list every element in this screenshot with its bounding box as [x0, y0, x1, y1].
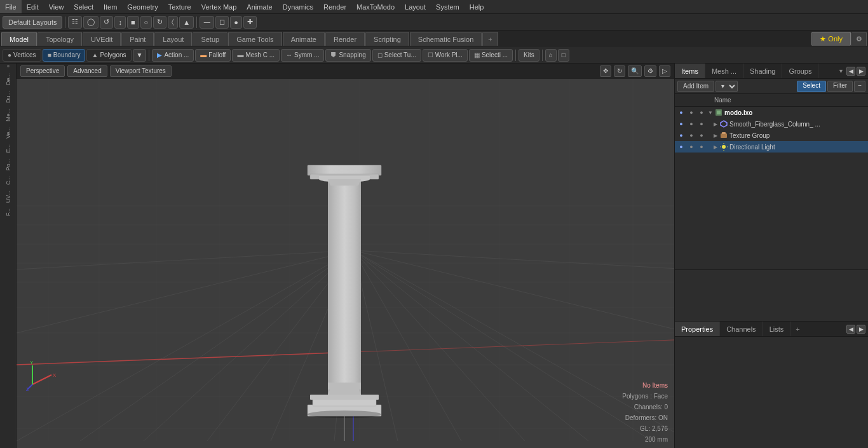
- expand-icon-sf[interactable]: ▶: [712, 120, 719, 128]
- menu-help[interactable]: Help: [465, 0, 489, 13]
- tab-render[interactable]: Render: [325, 32, 365, 46]
- select-btn[interactable]: Select: [797, 81, 826, 92]
- eye3-icon-tg[interactable]: ●: [696, 130, 707, 140]
- icon-box-select[interactable]: ■: [127, 16, 139, 29]
- menu-select[interactable]: Select: [69, 0, 98, 13]
- polygons-btn[interactable]: ▲ Polygons: [86, 49, 131, 62]
- props-tab-plus[interactable]: +: [792, 325, 803, 333]
- vertices-btn[interactable]: ● Vertices: [3, 49, 41, 62]
- eye-icon-dl[interactable]: ●: [676, 142, 686, 152]
- sidebar-item-ve[interactable]: Ve...: [4, 125, 13, 141]
- menu-dynamics[interactable]: Dynamics: [278, 0, 318, 13]
- symm-btn[interactable]: ↔ Symm ...: [281, 49, 324, 62]
- extra-mode-btn[interactable]: ▼: [133, 49, 147, 62]
- tab-layout[interactable]: Layout: [154, 32, 192, 46]
- icon-extra4[interactable]: ✚: [243, 16, 257, 29]
- props-collapse-btn[interactable]: ◀: [846, 325, 855, 334]
- icon-grid[interactable]: ☷: [68, 16, 82, 29]
- menu-animate[interactable]: Animate: [241, 0, 277, 13]
- vp-icon-search[interactable]: 🔍: [628, 65, 642, 77]
- items-minus-btn[interactable]: −: [854, 81, 865, 92]
- perspective-btn[interactable]: Perspective: [20, 65, 65, 77]
- panel-collapse-btn[interactable]: ◀: [846, 67, 855, 76]
- tab-model[interactable]: Model: [1, 32, 37, 46]
- vp-icon-settings[interactable]: ⚙: [644, 65, 656, 77]
- menu-geometry[interactable]: Geometry: [122, 0, 163, 13]
- action-btn[interactable]: ▶ Action ...: [152, 49, 194, 62]
- mesh-btn[interactable]: ▬ Mesh C ...: [232, 49, 280, 62]
- tab-star-only[interactable]: ★ Only: [811, 32, 851, 46]
- menu-layout[interactable]: Layout: [400, 0, 431, 13]
- menu-system[interactable]: System: [431, 0, 465, 13]
- icon-circle-select[interactable]: ○: [140, 16, 153, 29]
- icon-rotate[interactable]: ↻: [153, 16, 166, 29]
- filter-btn[interactable]: Filter: [827, 81, 853, 92]
- props-expand-btn[interactable]: ▶: [857, 325, 865, 334]
- item-row-smooth-fiberglass[interactable]: ● ● ● ▶ Smooth_Fiberglass_Column_ ...: [675, 118, 868, 130]
- props-tab-channels[interactable]: Channels: [720, 322, 763, 336]
- tab-gametools[interactable]: Game Tools: [228, 32, 282, 46]
- sidebar-item-c[interactable]: C...: [4, 173, 13, 187]
- maximize-icon-btn[interactable]: □: [558, 49, 569, 62]
- tab-topology[interactable]: Topology: [37, 32, 82, 46]
- tab-paint[interactable]: Paint: [121, 32, 154, 46]
- icon-lasso[interactable]: ↺: [100, 16, 113, 29]
- falloff-btn[interactable]: ▬ Falloff: [195, 49, 231, 62]
- menu-edit[interactable]: Edit: [22, 0, 44, 13]
- icon-path[interactable]: 〈: [168, 16, 178, 29]
- menu-file[interactable]: File: [0, 0, 22, 13]
- work-pl-btn[interactable]: ☐ Work Pl...: [423, 49, 468, 62]
- vp-icon-expand[interactable]: ▷: [659, 65, 670, 77]
- tab-add[interactable]: +: [482, 32, 498, 46]
- tab-setup[interactable]: Setup: [193, 32, 227, 46]
- eye-icon-sf[interactable]: ●: [676, 119, 686, 129]
- viewport[interactable]: Perspective Advanced Viewport Textures ✥…: [17, 64, 674, 448]
- sidebar-item-uv[interactable]: UV...: [4, 188, 13, 205]
- sidebar-item-du[interactable]: Du...: [4, 88, 13, 105]
- tab-animate[interactable]: Animate: [283, 32, 325, 46]
- item-row-modo-lxo[interactable]: ● ● ● ▼ modo.lxo: [675, 107, 868, 118]
- menu-texture[interactable]: Texture: [163, 0, 196, 13]
- icon-extra2[interactable]: ◻: [215, 16, 229, 29]
- panel-expand-btn[interactable]: ▶: [857, 67, 865, 76]
- add-item-dropdown[interactable]: ▾: [715, 81, 738, 92]
- advanced-btn[interactable]: Advanced: [67, 65, 107, 77]
- item-row-texture-group[interactable]: ● ● ● ▶ Texture Group: [675, 130, 868, 141]
- layouts-dropdown[interactable]: Default Layouts: [3, 16, 62, 29]
- expand-icon-dl[interactable]: ▶: [712, 143, 719, 151]
- snapping-btn[interactable]: ⛊ Snapping: [325, 49, 370, 62]
- vp-icon-capture[interactable]: ✥: [600, 65, 611, 77]
- items-list[interactable]: ● ● ● ▼ modo.lxo ● ● ● ▶: [675, 107, 868, 269]
- eye3-icon-sf[interactable]: ●: [696, 119, 707, 129]
- eye-icon-modo-lxo[interactable]: ●: [676, 107, 686, 118]
- select-tu-btn[interactable]: ◻ Select Tu...: [372, 49, 421, 62]
- tab-settings[interactable]: ⚙: [851, 32, 867, 46]
- selecti-btn[interactable]: ▦ Selecti ...: [469, 49, 513, 62]
- tab-groups[interactable]: Groups: [782, 64, 818, 78]
- menu-maxtomodo[interactable]: MaxToModo: [351, 0, 400, 13]
- item-row-directional-light[interactable]: ● ● ● ▶ Directional Light: [675, 141, 868, 153]
- expand-icon-modo-lxo[interactable]: ▼: [707, 109, 714, 116]
- eye-icon-tg[interactable]: ●: [676, 130, 686, 140]
- viewport-textures-btn[interactable]: Viewport Textures: [110, 65, 172, 77]
- vp-icon-refresh[interactable]: ↻: [614, 65, 625, 77]
- expand-icon-tg[interactable]: ▶: [712, 132, 719, 139]
- props-tab-properties[interactable]: Properties: [675, 322, 720, 336]
- tab-schematic-fusion[interactable]: Schematic Fusion: [410, 32, 482, 46]
- eye3-icon-dl[interactable]: ●: [696, 142, 707, 152]
- sidebar-item-f[interactable]: F...: [4, 206, 13, 219]
- tab-mesh[interactable]: Mesh ...: [705, 64, 743, 78]
- add-item-btn[interactable]: Add Item: [677, 81, 714, 92]
- icon-extra3[interactable]: ●: [230, 16, 242, 29]
- eye3-icon[interactable]: ●: [696, 107, 707, 118]
- eye2-icon-dl[interactable]: ●: [686, 142, 696, 152]
- icon-polygon[interactable]: ▲: [179, 16, 194, 29]
- home-icon-btn[interactable]: ⌂: [545, 49, 557, 62]
- menu-view[interactable]: View: [44, 0, 69, 13]
- kits-btn[interactable]: Kits: [519, 49, 539, 62]
- tab-items[interactable]: Items: [675, 64, 705, 78]
- sidebar-item-po[interactable]: Po...: [4, 156, 13, 173]
- tab-scripting[interactable]: Scripting: [365, 32, 409, 46]
- sidebar-item-de[interactable]: De...: [4, 71, 13, 88]
- sidebar-item-me[interactable]: Me...: [4, 106, 13, 124]
